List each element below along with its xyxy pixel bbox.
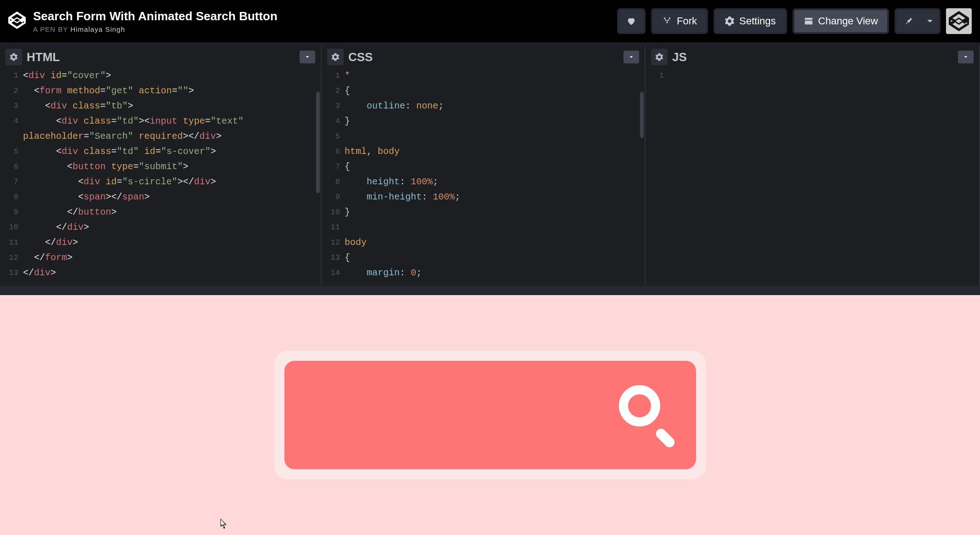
- js-gutter: 1: [646, 68, 668, 83]
- html-code-area[interactable]: 1234 5678910111213 <div id="cover"> <for…: [0, 68, 321, 286]
- html-gutter: 1234 5678910111213: [0, 68, 23, 280]
- css-collapse-button[interactable]: [623, 51, 639, 63]
- js-editor-title: JS: [672, 50, 687, 64]
- header: Search Form With Animated Search Button …: [0, 0, 980, 42]
- css-editor-panel: CSS 1234567891011121314 *{ outline: none…: [322, 46, 646, 286]
- user-avatar[interactable]: [946, 8, 972, 34]
- header-right: Fork Settings Change View: [617, 8, 972, 34]
- pin-dropdown-button[interactable]: [921, 8, 940, 34]
- gear-icon: [725, 16, 735, 26]
- fork-label: Fork: [677, 15, 697, 27]
- js-collapse-button[interactable]: [958, 51, 974, 63]
- settings-button[interactable]: Settings: [714, 8, 787, 34]
- codepen-logo-icon[interactable]: [8, 11, 26, 31]
- css-editor-header: CSS: [322, 46, 645, 68]
- js-code-area[interactable]: 1: [646, 68, 979, 286]
- js-editor-header: JS: [646, 46, 979, 68]
- header-left: Search Form With Animated Search Button …: [8, 9, 278, 33]
- search-icon: [619, 385, 660, 427]
- html-editor-panel: HTML 1234 5678910111213 <div id="cover">…: [0, 46, 322, 286]
- css-editor-title: CSS: [348, 50, 373, 64]
- html-settings-button[interactable]: [6, 49, 22, 65]
- title-block: Search Form With Animated Search Button …: [33, 9, 278, 33]
- css-gutter: 1234567891011121314: [322, 68, 345, 280]
- html-code[interactable]: <div id="cover"> <form method="get" acti…: [23, 68, 321, 280]
- heart-icon: [626, 16, 636, 26]
- html-scrollbar[interactable]: [316, 92, 320, 193]
- css-code-area[interactable]: 1234567891011121314 *{ outline: none;} h…: [322, 68, 645, 286]
- pen-byline: A PEN BY Himalaya Singh: [33, 25, 278, 33]
- pen-title[interactable]: Search Form With Animated Search Button: [33, 9, 278, 23]
- love-button[interactable]: [617, 8, 646, 34]
- editors-row: HTML 1234 5678910111213 <div id="cover">…: [0, 42, 980, 286]
- author-link[interactable]: Himalaya Singh: [70, 25, 125, 33]
- mouse-cursor-icon: [221, 518, 229, 532]
- search-icon-handle: [654, 427, 676, 449]
- search-input-wrapper[interactable]: [284, 361, 696, 469]
- search-submit-button[interactable]: [619, 385, 674, 445]
- preview-pane: [0, 295, 980, 535]
- search-form-cover: [274, 351, 706, 479]
- html-collapse-button[interactable]: [300, 51, 315, 63]
- fork-button[interactable]: Fork: [651, 8, 708, 34]
- css-code[interactable]: *{ outline: none;} html, body{ height: 1…: [345, 68, 645, 280]
- settings-label: Settings: [739, 15, 776, 27]
- fork-icon: [662, 16, 672, 26]
- byline-prefix: A PEN BY: [33, 25, 70, 33]
- pin-icon: [904, 16, 914, 26]
- pin-button[interactable]: [895, 8, 921, 34]
- chevron-down-icon: [925, 16, 935, 26]
- horizontal-resize-bar[interactable]: [0, 286, 980, 295]
- html-editor-title: HTML: [27, 50, 60, 64]
- js-code[interactable]: [668, 68, 979, 83]
- pin-button-group: [895, 8, 940, 34]
- css-settings-button[interactable]: [327, 49, 344, 65]
- html-editor-header: HTML: [0, 46, 321, 68]
- layout-icon: [804, 16, 814, 26]
- change-view-label: Change View: [818, 15, 878, 27]
- js-settings-button[interactable]: [651, 49, 668, 65]
- css-scrollbar[interactable]: [640, 92, 644, 138]
- change-view-button[interactable]: Change View: [793, 8, 889, 34]
- js-editor-panel: JS 1: [646, 46, 980, 286]
